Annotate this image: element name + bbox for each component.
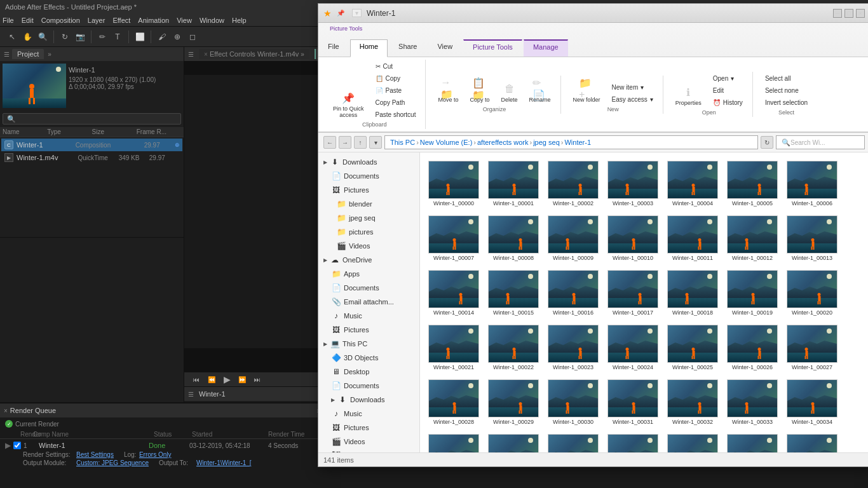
nav-blender[interactable]: 📁 blender bbox=[318, 197, 419, 211]
nav-downloads[interactable]: ▶ ⬇ Downloads bbox=[318, 155, 419, 169]
tab-picture-tools[interactable]: Picture Tools bbox=[463, 39, 522, 57]
effects-tab[interactable]: × Effect Controls Winter-1.m4v » bbox=[199, 49, 309, 59]
invert-selection-btn[interactable]: Invert selection bbox=[761, 97, 812, 108]
file-grid-item-33[interactable]: Winter-1_00033 bbox=[724, 376, 781, 428]
project-tab[interactable]: Project bbox=[12, 49, 44, 59]
file-grid-item-19[interactable]: Winter-1_00019 bbox=[724, 267, 781, 319]
file-grid-item-30[interactable]: Winter-1_00030 bbox=[545, 376, 602, 428]
menu-effect[interactable]: Effect bbox=[112, 17, 130, 24]
nav-up-btn[interactable]: ↑ bbox=[354, 136, 367, 149]
maximize-btn[interactable]: □ bbox=[844, 9, 853, 18]
menu-animation[interactable]: Animation bbox=[138, 17, 169, 24]
file-grid-item-34[interactable]: Winter-1_00034 bbox=[783, 376, 841, 428]
file-grid-item-5[interactable]: Winter-1_00005 bbox=[724, 158, 781, 210]
nav-forward-btn[interactable]: → bbox=[339, 136, 351, 149]
path-newvol[interactable]: New Volume (E:) bbox=[420, 139, 473, 146]
log-value[interactable]: Errors Only bbox=[139, 451, 172, 458]
close-btn[interactable]: × bbox=[856, 9, 865, 18]
path-winter1[interactable]: Winter-1 bbox=[564, 139, 591, 146]
file-grid-item-29[interactable]: Winter-1_00029 bbox=[485, 376, 542, 428]
file-grid-item-3[interactable]: Winter-1_00003 bbox=[604, 158, 661, 210]
selection-tool[interactable]: ↖ bbox=[5, 30, 19, 44]
nav-pictures3[interactable]: 🖼 Pictures bbox=[318, 323, 419, 337]
eraser-tool[interactable]: ◻ bbox=[186, 30, 200, 44]
new-folder-btn[interactable]: 📁+ New folder bbox=[569, 79, 605, 105]
tab-home[interactable]: Home bbox=[350, 39, 388, 57]
nav-documents3[interactable]: 📄 Documents bbox=[318, 379, 419, 393]
file-grid-item-31[interactable]: Winter-1_00031 bbox=[604, 376, 661, 428]
tab-share[interactable]: Share bbox=[389, 39, 426, 57]
file-grid-item-14[interactable]: Winter-1_00014 bbox=[425, 267, 482, 319]
copy-path-btn[interactable]: Copy Path bbox=[371, 97, 421, 108]
path-thispc[interactable]: This PC bbox=[390, 139, 415, 146]
new-item-btn[interactable]: New item ▾ bbox=[607, 82, 658, 93]
nav-pictures4[interactable]: 🖼 Pictures bbox=[318, 421, 419, 435]
nav-jpeg-seq[interactable]: 📁 jpeg seq bbox=[318, 211, 419, 225]
file-grid-item-28[interactable]: Winter-1_00028 bbox=[425, 376, 482, 428]
file-grid-item-36[interactable]: Winter-1_00036 bbox=[485, 431, 542, 452]
file-grid-item-1[interactable]: Winter-1_00001 bbox=[485, 158, 542, 210]
file-grid-item-35[interactable]: Winter-1_00035 bbox=[425, 431, 482, 452]
paste-btn[interactable]: 📄 Paste bbox=[371, 85, 421, 96]
nav-this-pc[interactable]: ▶ 💻 This PC bbox=[318, 337, 419, 351]
file-grid-item-0[interactable]: Winter-1_00000 bbox=[425, 158, 482, 210]
play-pause-btn[interactable]: ▶ bbox=[220, 372, 234, 386]
file-grid-item-10[interactable]: Winter-1_00010 bbox=[604, 212, 661, 264]
tab-view[interactable]: View bbox=[428, 39, 462, 57]
text-tool[interactable]: T bbox=[111, 30, 125, 44]
render-item-checkbox[interactable] bbox=[13, 442, 21, 449]
rename-btn[interactable]: ✏📄 Rename bbox=[525, 79, 555, 105]
select-none-btn[interactable]: Select none bbox=[761, 85, 812, 96]
tab-manage[interactable]: Manage bbox=[524, 39, 568, 57]
refresh-btn[interactable]: ↻ bbox=[761, 136, 773, 149]
file-grid-item-38[interactable]: Winter-1_00038 bbox=[604, 431, 661, 452]
nav-music[interactable]: ♪ Music bbox=[318, 309, 419, 323]
file-grid-item-9[interactable]: Winter-1_00009 bbox=[545, 212, 602, 264]
file-grid-item-13[interactable]: Winter-1_00013 bbox=[783, 212, 841, 264]
file-grid-item-16[interactable]: Winter-1_00016 bbox=[545, 267, 602, 319]
file-grid-item-11[interactable]: Winter-1_00011 bbox=[664, 212, 721, 264]
prev-frame-btn[interactable]: ⏪ bbox=[205, 372, 219, 386]
easy-access-btn[interactable]: Easy access ▾ bbox=[607, 94, 658, 105]
select-all-btn[interactable]: Select all bbox=[761, 73, 812, 84]
nav-downloads2[interactable]: ▶ ⬇ Downloads bbox=[318, 393, 419, 407]
nav-documents[interactable]: 📄 Documents bbox=[318, 169, 419, 183]
delete-btn[interactable]: 🗑 Delete bbox=[497, 79, 522, 105]
edit-btn[interactable]: Edit bbox=[709, 85, 747, 96]
path-jpegseq[interactable]: jpeg seq bbox=[533, 139, 560, 146]
address-path[interactable]: This PC › New Volume (E:) › aftereffects… bbox=[384, 135, 758, 149]
file-grid-item-15[interactable]: Winter-1_00015 bbox=[485, 267, 542, 319]
nav-recent-btn[interactable]: ▾ bbox=[369, 136, 382, 149]
end-btn[interactable]: ⏭ bbox=[250, 372, 264, 386]
next-frame-btn[interactable]: ⏩ bbox=[235, 372, 249, 386]
file-grid-item-23[interactable]: Winter-1_00023 bbox=[545, 322, 602, 374]
file-grid-item-18[interactable]: Winter-1_00018 bbox=[664, 267, 721, 319]
menu-composition[interactable]: Composition bbox=[41, 17, 80, 24]
properties-btn[interactable]: ℹ Properties bbox=[671, 83, 706, 108]
file-grid-item-26[interactable]: Winter-1_00026 bbox=[724, 322, 781, 374]
camera-tool[interactable]: 📷 bbox=[73, 30, 87, 44]
minimize-btn[interactable]: ─ bbox=[833, 9, 842, 18]
file-grid-item-6[interactable]: Winter-1_00006 bbox=[783, 158, 841, 210]
clone-tool[interactable]: ⊕ bbox=[170, 30, 184, 44]
open-btn[interactable]: Open ▾ bbox=[709, 73, 747, 84]
nav-desktop[interactable]: 🖥 Desktop bbox=[318, 365, 419, 379]
file-grid-item-12[interactable]: Winter-1_00012 bbox=[724, 212, 781, 264]
shape-tool[interactable]: ⬜ bbox=[133, 30, 147, 44]
play-btn[interactable]: ⏮ bbox=[189, 372, 203, 386]
nav-3dobjects[interactable]: 🔷 3D Objects bbox=[318, 351, 419, 365]
file-grid-item-41[interactable]: Winter-1_00041 bbox=[783, 431, 841, 452]
nav-pictures2[interactable]: 📁 pictures bbox=[318, 225, 419, 239]
nav-onedrive[interactable]: ▶ ☁ OneDrive bbox=[318, 253, 419, 267]
output-to-value[interactable]: Winter-1\Winter-1_[ bbox=[196, 459, 252, 466]
render-settings-value[interactable]: Best Settings bbox=[76, 451, 114, 458]
file-grid-item-4[interactable]: Winter-1_00004 bbox=[664, 158, 721, 210]
file-grid-item-20[interactable]: Winter-1_00020 bbox=[783, 267, 841, 319]
pen-tool[interactable]: ✏ bbox=[95, 30, 109, 44]
copy-btn[interactable]: 📋 Copy bbox=[371, 73, 421, 84]
history-btn[interactable]: ⏰ History bbox=[709, 97, 747, 108]
rotate-tool[interactable]: ↻ bbox=[58, 30, 72, 44]
file-grid-item-27[interactable]: Winter-1_00027 bbox=[783, 322, 841, 374]
menu-edit[interactable]: Edit bbox=[22, 17, 34, 24]
file-grid-item-24[interactable]: Winter-1_00024 bbox=[604, 322, 661, 374]
